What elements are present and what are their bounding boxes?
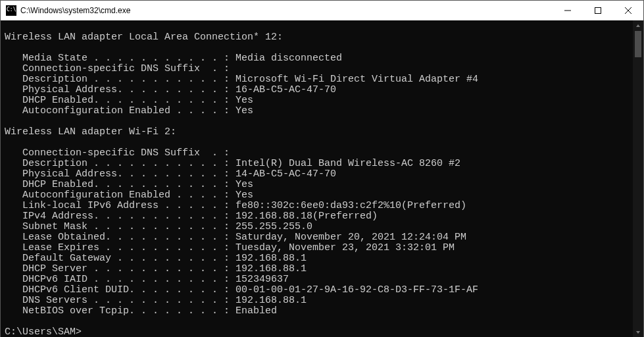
vertical-scrollbar[interactable] <box>633 20 643 337</box>
cmd-icon <box>6 5 16 16</box>
window-title: C:\Windows\system32\cmd.exe <box>20 6 130 15</box>
maximize-button[interactable] <box>583 1 613 20</box>
client-area: Wireless LAN adapter Local Area Connecti… <box>1 20 643 337</box>
close-button[interactable] <box>613 1 643 20</box>
titlebar[interactable]: C:\Windows\system32\cmd.exe <box>1 1 643 20</box>
scroll-down-button[interactable] <box>633 327 643 337</box>
scroll-track[interactable] <box>633 31 643 327</box>
svg-marker-5 <box>636 331 640 334</box>
svg-marker-4 <box>636 24 640 27</box>
svg-rect-1 <box>595 8 601 14</box>
terminal-text[interactable]: Wireless LAN adapter Local Area Connecti… <box>5 22 633 337</box>
scroll-thumb[interactable] <box>635 31 641 57</box>
minimize-button[interactable] <box>553 1 583 20</box>
terminal-output-area[interactable]: Wireless LAN adapter Local Area Connecti… <box>1 20 633 337</box>
scroll-up-button[interactable] <box>633 20 643 31</box>
cmd-window: C:\Windows\system32\cmd.exe Wireless LAN… <box>0 0 644 337</box>
